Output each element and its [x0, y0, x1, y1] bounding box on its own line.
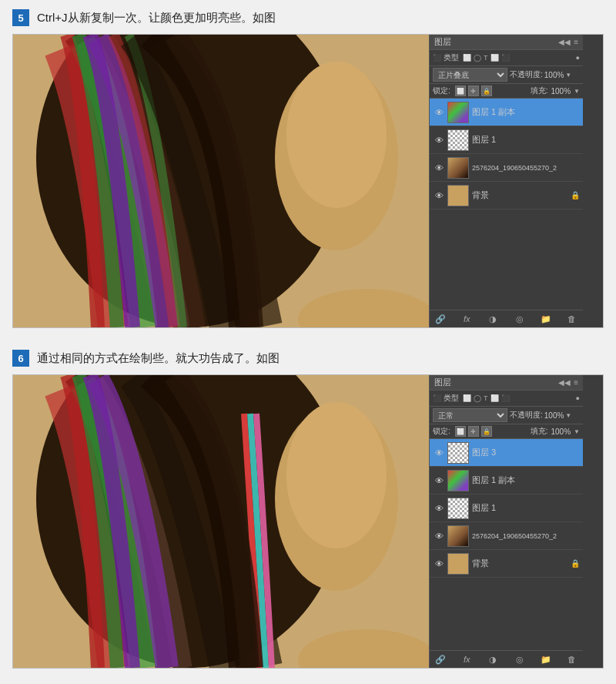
- step-6-fill-label: 填充:: [531, 426, 548, 437]
- layer-eye-0[interactable]: 👁: [433, 106, 445, 119]
- step-5-blend-select[interactable]: 正片叠底: [433, 68, 507, 82]
- panel-collapse-icon[interactable]: ◀◀: [558, 38, 571, 46]
- step-6-lock-row: 锁定: ⬜ ✛ 🔒 填充: 100% ▼: [430, 424, 583, 439]
- layer-6-eye-4[interactable]: 👁: [433, 558, 445, 570]
- filter-icon-2-6[interactable]: ◯: [474, 394, 481, 402]
- lock-all-btn-6[interactable]: 🔒: [481, 426, 492, 437]
- filter-type-icon: ⬛: [433, 54, 441, 62]
- lock-icons-6: ⬜ ✛ 🔒: [455, 426, 492, 437]
- layer-6-item-2[interactable]: 👁 图层 1: [430, 495, 583, 522]
- step-6-blend-select[interactable]: 正常: [433, 408, 507, 422]
- step-5-blend-row: 正片叠底 不透明度: 100% ▼: [430, 66, 583, 84]
- layer-item-0[interactable]: 👁 图层 1 副本: [430, 99, 583, 126]
- step-5-section: 5 Ctrl+J从新复制一次。让颜色更加明亮些。如图: [0, 0, 616, 334]
- filter-type-icon-6: ⬛: [433, 394, 441, 402]
- filter-label: 类型: [444, 52, 459, 63]
- svg-point-8: [286, 402, 387, 548]
- filter-icon-1[interactable]: ⬜: [463, 54, 471, 62]
- step-6-content: 图层 ◀◀ ≡ ⬛ 类型 ⬜ ◯ T ⬜ ⬛ ● 正常: [12, 374, 604, 669]
- filter-icon-3-6[interactable]: T: [484, 394, 488, 402]
- step-5-header: 5 Ctrl+J从新复制一次。让颜色更加明亮些。如图: [12, 9, 604, 26]
- step-5-opacity-value: 100%: [544, 71, 564, 79]
- step-5-opacity-label: 不透明度:: [510, 69, 543, 80]
- lock-all-btn[interactable]: 🔒: [481, 86, 492, 96]
- layer-6-eye-2[interactable]: 👁: [433, 502, 445, 515]
- layer-6-name-3: 2576204_190650455270_2: [472, 532, 580, 540]
- step-5-fill-value: 100%: [551, 87, 571, 96]
- panel-collapse-icon-6[interactable]: ◀◀: [558, 378, 571, 387]
- layer-6-thumb-3: [447, 525, 469, 547]
- step-5-text: Ctrl+J从新复制一次。让颜色更加明亮些。如图: [37, 11, 276, 25]
- filter-icon-5-6[interactable]: ⬛: [501, 394, 510, 402]
- step-6-opacity-value: 100%: [544, 411, 564, 420]
- fx-icon-6[interactable]: fx: [460, 653, 473, 666]
- layer-lock-6-4: 🔒: [571, 559, 580, 568]
- layer-6-thumb-2: [447, 498, 469, 519]
- layer-6-eye-0[interactable]: 👁: [433, 447, 445, 459]
- step-5-panel-titlebar: 图层 ◀◀ ≡: [430, 35, 583, 50]
- layer-6-eye-3[interactable]: 👁: [433, 530, 445, 542]
- filter-toggle-6[interactable]: ●: [576, 394, 580, 402]
- layer-item-1[interactable]: 👁 图层 1: [430, 126, 583, 154]
- lock-pixels-btn-6[interactable]: ⬜: [455, 426, 466, 437]
- filter-toggle[interactable]: ●: [576, 54, 580, 62]
- filter-icon-4[interactable]: ⬜: [490, 54, 499, 62]
- step-5-fill-label: 填充:: [531, 86, 548, 96]
- step-6-number: 6: [12, 350, 29, 367]
- layer-item-2[interactable]: 👁 2576204_190650455270_2: [430, 154, 583, 182]
- mask-icon-6[interactable]: ◑: [487, 653, 499, 666]
- step-6-layers-panel: 图层 ◀◀ ≡ ⬛ 类型 ⬜ ◯ T ⬜ ⬛ ● 正常: [429, 375, 583, 668]
- layer-eye-2[interactable]: 👁: [433, 162, 445, 174]
- step-5-panel-title: 图层: [434, 36, 451, 48]
- opacity-arrow: ▼: [565, 72, 571, 79]
- layer-6-thumb-1: [447, 470, 469, 491]
- layer-thumb-2: [447, 157, 469, 179]
- layer-name-2: 2576204_190650455270_2: [472, 164, 580, 172]
- layer-6-item-4[interactable]: 👁 背景 🔒: [430, 550, 583, 578]
- layer-6-name-2: 图层 1: [472, 502, 580, 514]
- filter-icon-5[interactable]: ⬛: [501, 54, 510, 62]
- trash-icon-6[interactable]: 🗑: [566, 653, 578, 666]
- fx-icon[interactable]: fx: [460, 313, 473, 325]
- link-icon[interactable]: 🔗: [434, 313, 447, 325]
- trash-icon[interactable]: 🗑: [566, 313, 578, 325]
- folder-icon-6[interactable]: 📁: [540, 653, 552, 666]
- panel-menu-icon[interactable]: ≡: [574, 38, 578, 46]
- layer-thumb-0: [447, 102, 469, 123]
- layer-6-item-0[interactable]: 👁 图层 3: [430, 439, 583, 467]
- step-6-panel-title: 图层: [434, 377, 451, 388]
- layer-6-item-3[interactable]: 👁 2576204_190650455270_2: [430, 522, 583, 550]
- step-5-layers-list: 👁 图层 1 副本 👁 图层 1 👁 2576204_190650455270_…: [430, 99, 583, 310]
- step-5-layers-panel: 图层 ◀◀ ≡ ⬛ 类型 ⬜ ◯ T ⬜ ⬛ ● 正片叠底: [429, 35, 583, 327]
- filter-icon-3[interactable]: T: [484, 54, 488, 62]
- filter-icon-1-6[interactable]: ⬜: [463, 394, 471, 402]
- folder-icon[interactable]: 📁: [540, 313, 552, 325]
- panel-menu-icon-6[interactable]: ≡: [574, 378, 578, 387]
- layer-eye-3[interactable]: 👁: [433, 189, 445, 202]
- step-5-lock-row: 锁定: ⬜ ✛ 🔒 填充: 100% ▼: [430, 84, 583, 99]
- layer-6-item-1[interactable]: 👁 图层 1 副本: [430, 467, 583, 495]
- lock-pixels-btn[interactable]: ⬜: [455, 86, 466, 96]
- adjustment-icon[interactable]: ◎: [514, 313, 526, 325]
- mask-icon[interactable]: ◑: [487, 313, 499, 325]
- step-6-bottom-bar: 🔗 fx ◑ ◎ 📁 🗑: [430, 650, 583, 668]
- step-6-fill-value: 100%: [551, 428, 571, 436]
- step-6-opacity-label: 不透明度:: [510, 410, 543, 421]
- layer-item-3[interactable]: 👁 背景 🔒: [430, 182, 583, 210]
- filter-icon-2[interactable]: ◯: [474, 54, 481, 62]
- filter-icon-4-6[interactable]: ⬜: [490, 394, 499, 402]
- layer-6-eye-1[interactable]: 👁: [433, 474, 445, 487]
- step-5-photo: [13, 35, 429, 327]
- lock-icons: ⬜ ✛ 🔒: [455, 86, 492, 96]
- layer-eye-1[interactable]: 👁: [433, 134, 445, 146]
- lock-position-btn-6[interactable]: ✛: [468, 426, 479, 437]
- layer-6-name-4: 背景: [472, 558, 569, 569]
- link-icon-6[interactable]: 🔗: [434, 653, 447, 666]
- step-6-fill-row: 填充: 100% ▼: [531, 426, 580, 437]
- adjustment-icon-6[interactable]: ◎: [514, 653, 526, 666]
- layer-name-1: 图层 1: [472, 134, 580, 146]
- step-6-filter-row: ⬛ 类型 ⬜ ◯ T ⬜ ⬛ ●: [430, 391, 583, 407]
- step-5-filter-row: ⬛ 类型 ⬜ ◯ T ⬜ ⬛ ●: [430, 50, 583, 66]
- layer-name-3: 背景: [472, 189, 569, 201]
- lock-position-btn[interactable]: ✛: [468, 86, 479, 96]
